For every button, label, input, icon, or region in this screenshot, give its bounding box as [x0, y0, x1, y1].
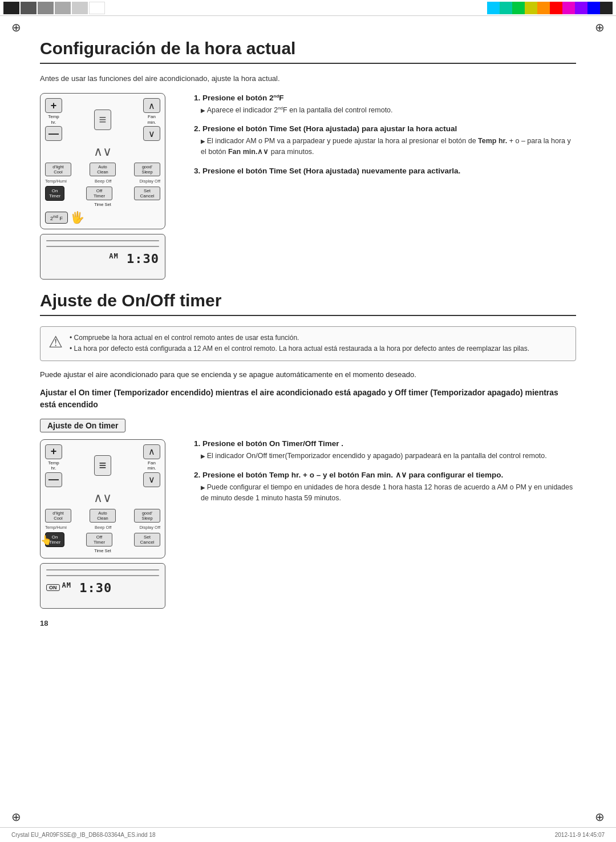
warning-box: ⚠ • Compruebe la hora actual en el contr…: [40, 326, 576, 361]
bottom-bar: Crystal EU_AR09FSSE@_IB_DB68-03364A_ES.i…: [0, 827, 616, 842]
remote-2ndf-btn[interactable]: 2nd F: [45, 212, 68, 224]
swatch-yellow: [525, 2, 537, 14]
remote-ontimer-btn[interactable]: OnTimer: [45, 186, 64, 201]
remote-setcancel-btn-2[interactable]: SetCancel: [134, 533, 160, 547]
section2-subsection-heading: Ajustar el On timer (Temporizador encend…: [40, 387, 576, 411]
label-temphumi-2: Temp/Humi: [45, 525, 67, 530]
section1-step1-body: Aparece el indicador 2ndF en la pantalla…: [194, 105, 576, 116]
remote-minus-btn[interactable]: —: [45, 126, 62, 141]
label-beepoff: Beep Off: [95, 179, 111, 184]
section2-step2-heading: 2. Presione el botón Temp hr. + o – y el…: [194, 470, 576, 479]
remote-label-row-2: Temp/Humi Beep Off Display Off: [45, 525, 160, 530]
step-num-1: 1.: [194, 94, 202, 102]
swatch-blue: [587, 2, 600, 14]
label-displayoff-2: Display Off: [139, 525, 160, 530]
remote-plus-btn[interactable]: +: [45, 98, 62, 113]
warning-line2: • La hora por defecto está configurada a…: [70, 343, 529, 354]
label-beepoff-2: Beep Off: [95, 525, 111, 530]
top-bar: [0, 0, 616, 16]
warning-triangle-icon: ⚠: [48, 333, 63, 351]
warning-text: • Compruebe la hora actual en el control…: [70, 333, 529, 354]
top-bar-left-swatches: [0, 0, 108, 15]
swatch-white: [89, 2, 105, 14]
fan-filter-icon: ≡: [94, 110, 112, 130]
remote-minus-btn-2[interactable]: —: [45, 472, 62, 487]
swatch-black: [3, 2, 19, 14]
remote-good-btn[interactable]: good'Sleep: [134, 163, 160, 176]
display-row-2: ON AM 1:30: [46, 581, 159, 595]
remote-setcancel-btn[interactable]: SetCancel: [134, 187, 160, 200]
step-num-2: 2.: [194, 124, 202, 133]
display-digits-1: 1:30: [127, 252, 159, 266]
section1-left-col: + Temphr. — ≡ ∧ Fanmin. ∨: [40, 93, 177, 280]
remote-control-1: + Temphr. — ≡ ∧ Fanmin. ∨: [40, 93, 165, 229]
remote-fan-down-btn-2[interactable]: ∨: [143, 472, 160, 487]
remote-timer-row-2: OnTimer 👆 OffTimer SetCancel: [45, 532, 160, 547]
remote-timer-row: OnTimer OffTimer SetCancel: [45, 186, 160, 201]
footer-right-text: 2012-11-9 14:45:07: [555, 832, 605, 838]
section2-intro: Puede ajustar el aire acondicionado para…: [40, 370, 576, 379]
remote-hand-icon: 🖐: [70, 211, 84, 224]
step-num-s2-2: 2.: [194, 471, 202, 479]
warning-line1: • Compruebe la hora actual en el control…: [70, 333, 529, 343]
section1-step2-heading: 2. Presione el botón Time Set (Hora ajus…: [194, 124, 576, 133]
swatch-gray: [38, 2, 54, 14]
reg-mark-top-left: ⊕: [11, 21, 21, 34]
swatch-light-gray: [55, 2, 71, 14]
section2-title: Ajuste de On/Off timer: [40, 291, 576, 316]
remote-offtimer-btn-2[interactable]: OffTimer: [86, 533, 112, 547]
section2-step1: 1. Presione el botón On Timer/Off Timer …: [194, 439, 576, 462]
remote-top-row: + Temphr. — ≡ ∧ Fanmin. ∨: [45, 98, 160, 141]
swatch-lighter-gray: [72, 2, 88, 14]
remote-dlight-btn[interactable]: d'lightCool: [45, 163, 71, 176]
display-time-2: AM 1:30: [62, 581, 112, 595]
remote-middle-icon: ∧∨: [94, 144, 112, 159]
step1-label: Presione el botón 2ndF: [202, 94, 284, 102]
remote-auto-btn[interactable]: AutoClean: [90, 163, 116, 176]
remote-good-btn-2[interactable]: good'Sleep: [134, 509, 160, 523]
remote-offtimer-btn[interactable]: OffTimer: [86, 187, 112, 200]
label-displayoff: Display Off: [139, 179, 160, 184]
remote-temp-label: Temphr.: [48, 114, 59, 125]
top-bar-right-swatches: [484, 0, 616, 15]
step-num-3: 3.: [194, 167, 202, 175]
remote-timerset-label-2: Time Set: [45, 548, 160, 553]
remote-fan-up-btn[interactable]: ∧: [143, 98, 160, 113]
remote-plus-btn-2[interactable]: +: [45, 444, 62, 459]
remote-dlight-btn-2[interactable]: d'lightCool: [45, 509, 71, 523]
label-temphumi: Temp/Humi: [45, 179, 67, 184]
display-line-2: [46, 246, 159, 247]
remote-label-row: Temp/Humi Beep Off Display Off: [45, 179, 160, 184]
remote-control-2: + Temphr. — ≡ ∧ Fanmin. ∨ ∧∨: [40, 439, 165, 558]
section-label-text: Ajuste de On timer: [47, 421, 118, 430]
remote-auto-btn-2[interactable]: AutoClean: [90, 509, 116, 523]
fan-filter-icon-2: ≡: [94, 455, 112, 476]
display-time-1: AM 1:30: [46, 252, 159, 266]
section1-content: + Temphr. — ≡ ∧ Fanmin. ∨: [40, 93, 576, 280]
section1-step3: 3. Presione el botón Time Set (Hora ajus…: [194, 167, 576, 175]
section1-subtitle: Antes de usar las funciones del aire aco…: [40, 74, 576, 83]
remote-fan-down-btn[interactable]: ∨: [143, 126, 160, 141]
section1-step2: 2. Presione el botón Time Set (Hora ajus…: [194, 124, 576, 157]
hand-pointer-icon: 👆: [40, 535, 52, 545]
section1-step2-body: El indicador AM o PM va a parpadear y pu…: [194, 136, 576, 157]
on-badge: ON: [46, 584, 60, 591]
swatch-green: [512, 2, 525, 14]
section2-right-col: 1. Presione el botón On Timer/Off Timer …: [194, 439, 576, 609]
display-line-3: [46, 569, 159, 570]
footer-left-text: Crystal EU_AR09FSSE@_IB_DB68-03364A_ES.i…: [11, 832, 156, 838]
remote-fan-up-btn-2[interactable]: ∧: [143, 444, 160, 459]
remote-fan-label: Fanmin.: [147, 114, 156, 125]
remote-fan-label-2: Fanmin.: [147, 460, 156, 471]
step-s2-1-label: Presione el botón On Timer/Off Timer .: [202, 439, 343, 448]
display-line-4: [46, 575, 159, 576]
remote-top-row-2: + Temphr. — ≡ ∧ Fanmin. ∨: [45, 444, 160, 487]
swatch-magenta: [562, 2, 575, 14]
section1-right-col: 1. Presione el botón 2ndF Aparece el ind…: [194, 93, 576, 280]
remote-temp-label-2: Temphr.: [48, 460, 59, 471]
step-s2-2-label: Presione el botón Temp hr. + o – y el bo…: [202, 471, 503, 479]
display-screen-1: AM 1:30: [40, 234, 165, 280]
display-screen-2: ON AM 1:30: [40, 563, 165, 609]
step2-label: Presione el botón Time Set (Hora ajustad…: [202, 124, 457, 133]
section1-instructions: 1. Presione el botón 2ndF Aparece el ind…: [194, 93, 576, 175]
